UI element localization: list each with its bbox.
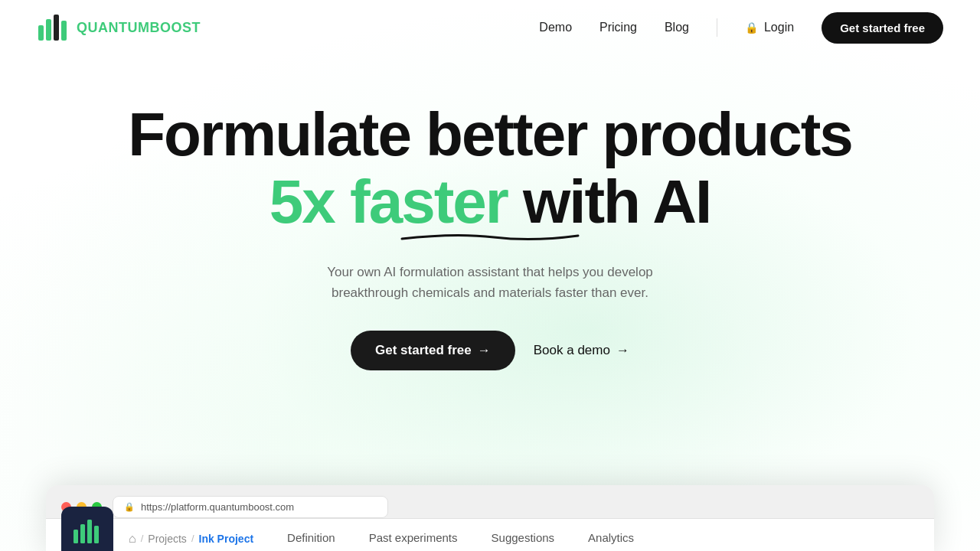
- logo-text: QUANTUMBOOST: [77, 20, 201, 36]
- arrow-icon: →: [478, 343, 491, 358]
- nav-login[interactable]: 🔒 Login: [745, 21, 794, 34]
- tab-suggestions[interactable]: Suggestions: [476, 519, 570, 551]
- hero-get-started-button[interactable]: Get started free →: [351, 331, 515, 370]
- address-lock-icon: 🔒: [124, 502, 135, 512]
- breadcrumb: ⌂ / Projects / Ink Project: [129, 532, 253, 546]
- nav-demo[interactable]: Demo: [539, 21, 572, 34]
- hero-title-line1: Formulate better products: [0, 101, 980, 168]
- address-bar[interactable]: 🔒 https://platform.quantumboost.com: [113, 496, 388, 518]
- nav-divider: [717, 18, 717, 37]
- hero-title-green: 5x faster: [270, 168, 508, 236]
- breadcrumb-current[interactable]: Ink Project: [199, 533, 254, 545]
- tab-nav: Definition Past experiments Suggestions …: [272, 519, 649, 551]
- address-url: https://platform.quantumboost.com: [141, 501, 294, 513]
- browser-tabs: ⌂ / Projects / Ink Project Definition Pa…: [46, 519, 934, 551]
- svg-rect-0: [38, 25, 44, 41]
- browser-tab-bar: ⌂ / Projects / Ink Project Definition Pa…: [46, 519, 934, 551]
- hero-title-rest: with AI: [523, 168, 710, 236]
- hero-subtitle: Your own AI formulation assistant that h…: [0, 262, 980, 303]
- hero-title: Formulate better products 5x faster with…: [0, 101, 980, 236]
- svg-rect-1: [46, 19, 51, 41]
- nav-pricing[interactable]: Pricing: [599, 21, 637, 34]
- nav-blog[interactable]: Blog: [665, 21, 689, 34]
- hero-title-line2: 5x faster with AI: [0, 168, 980, 236]
- breadcrumb-projects[interactable]: Projects: [148, 533, 187, 545]
- tab-past-experiments[interactable]: Past experiments: [354, 519, 473, 551]
- hero-section: Formulate better products 5x faster with…: [0, 55, 980, 370]
- tab-analytics[interactable]: Analytics: [573, 519, 649, 551]
- home-icon[interactable]: ⌂: [129, 532, 136, 546]
- lock-icon: 🔒: [745, 21, 758, 34]
- arrow-icon-secondary: →: [616, 343, 629, 358]
- nav-links: Demo Pricing Blog 🔒 Login Get started fr…: [539, 12, 943, 44]
- tab-definition[interactable]: Definition: [272, 519, 351, 551]
- hero-book-demo-button[interactable]: Book a demo →: [534, 343, 629, 358]
- svg-rect-5: [80, 524, 85, 543]
- breadcrumb-sep-2: /: [191, 533, 194, 544]
- breadcrumb-sep-1: /: [141, 533, 144, 544]
- browser-mockup: 🔒 https://platform.quantumboost.com ⌂ / …: [46, 485, 934, 551]
- svg-rect-7: [94, 526, 99, 543]
- svg-rect-2: [54, 15, 59, 41]
- browser-chrome: 🔒 https://platform.quantumboost.com: [46, 485, 934, 519]
- app-icon: [61, 507, 113, 551]
- logo[interactable]: QUANTUMBOOST: [37, 11, 201, 44]
- svg-rect-3: [61, 21, 67, 41]
- nav-get-started-button[interactable]: Get started free: [822, 12, 943, 44]
- logo-icon: [37, 11, 69, 44]
- hero-buttons: Get started free → Book a demo →: [0, 331, 980, 370]
- app-logo-icon: [72, 517, 103, 548]
- svg-rect-4: [74, 530, 78, 543]
- navbar: QUANTUMBOOST Demo Pricing Blog 🔒 Login G…: [0, 0, 980, 55]
- svg-rect-6: [87, 520, 92, 543]
